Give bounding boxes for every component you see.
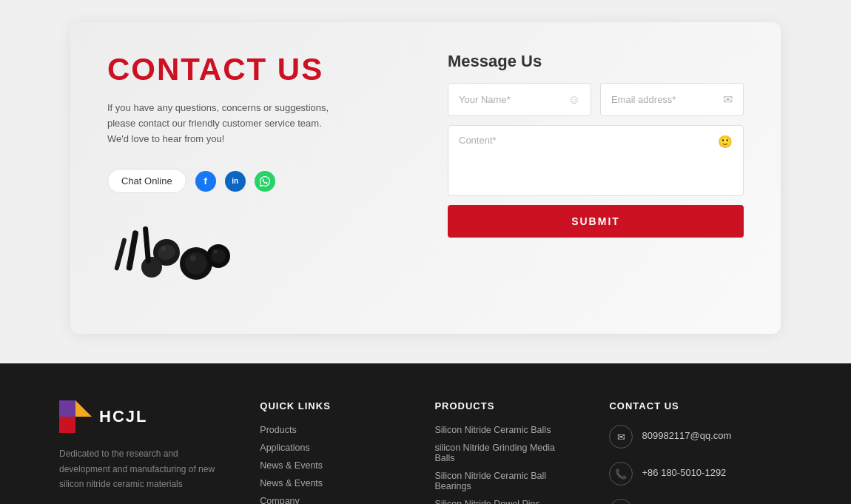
chat-online-button[interactable]: Chat Online (107, 169, 186, 193)
footer-link-news-events-2[interactable]: News & Events (260, 478, 390, 488)
name-input-wrap[interactable]: ☺ (448, 83, 591, 116)
footer-contact-column: CONTACT US ✉ 809982117@qq.com 📞 +86 180-… (609, 400, 792, 504)
email-icon: ✉ (723, 93, 733, 107)
name-input[interactable] (459, 94, 568, 105)
contact-section: CONTACT US If you have any questions, co… (0, 0, 851, 363)
products-title: PRODUCTS (434, 400, 565, 411)
whatsapp-icon[interactable] (255, 171, 275, 192)
contact-title: CONTACT US (107, 52, 403, 87)
svg-point-3 (185, 252, 207, 275)
svg-point-11 (213, 249, 218, 254)
footer-product-dowel-pins[interactable]: Silicon Nitride Dowel Pins (434, 499, 565, 504)
footer-link-applications[interactable]: Applications (260, 443, 390, 453)
svg-point-10 (190, 255, 196, 261)
chat-social-row: Chat Online f in (107, 169, 403, 193)
facebook-icon[interactable]: f (195, 171, 216, 192)
footer-address-item: 📍 No. 451-1, Shixing Road, Houxi, Jimei … (609, 499, 792, 504)
footer-link-company[interactable]: Company (260, 496, 390, 504)
contact-left: CONTACT US If you have any questions, co… (107, 52, 403, 304)
footer-quick-links-column: QUICK LINKS Products Applications News &… (260, 400, 390, 504)
brand-description: Dedicated to the research and developmen… (59, 446, 215, 491)
email-input-wrap[interactable]: ✉ (600, 83, 744, 116)
footer: HCJL Dedicated to the research and devel… (0, 363, 851, 504)
logo-area: HCJL (59, 400, 215, 433)
footer-products-column: PRODUCTS Silicon Nitride Ceramic Balls s… (434, 400, 565, 504)
contact-right: Message Us ☺ ✉ 🙂 SUBMIT (448, 52, 744, 304)
svg-rect-16 (75, 417, 92, 433)
footer-product-ceramic-balls[interactable]: Silicon Nitride Ceramic Balls (434, 425, 565, 435)
message-title: Message Us (448, 52, 744, 71)
footer-brand-column: HCJL Dedicated to the research and devel… (59, 400, 215, 504)
svg-rect-8 (143, 226, 151, 263)
content-textarea-wrap[interactable]: 🙂 (448, 125, 744, 196)
linkedin-icon[interactable]: in (225, 171, 246, 192)
email-contact-icon: ✉ (609, 425, 633, 448)
svg-point-12 (161, 246, 166, 251)
svg-rect-7 (126, 230, 138, 272)
emoji-icon: 🙂 (718, 135, 733, 149)
footer-address-text: No. 451-1, Shixing Road, Houxi, Jimei Di… (642, 499, 792, 504)
svg-point-5 (211, 249, 226, 263)
phone-contact-icon: 📞 (609, 462, 633, 485)
location-contact-icon: 📍 (609, 499, 633, 504)
svg-rect-14 (59, 400, 75, 417)
footer-product-grinding-media[interactable]: silicon Nitride Grinding Media Balls (434, 443, 565, 463)
footer-email-item: ✉ 809982117@qq.com (609, 425, 792, 448)
footer-phone-item: 📞 +86 180-5010-1292 (609, 462, 792, 485)
quick-links-title: QUICK LINKS (260, 400, 390, 411)
footer-contact-title: CONTACT US (609, 400, 792, 411)
footer-link-news-events-1[interactable]: News & Events (260, 460, 390, 471)
svg-rect-13 (59, 417, 75, 433)
svg-point-6 (141, 257, 162, 278)
form-name-email-row: ☺ ✉ (448, 83, 744, 116)
product-balls-image (107, 208, 240, 304)
submit-button[interactable]: SUBMIT (448, 205, 744, 238)
svg-rect-9 (114, 238, 127, 271)
footer-phone-text: +86 180-5010-1292 (642, 462, 726, 480)
footer-product-ball-bearings[interactable]: Silicon Nitride Ceramic Ball Bearings (434, 471, 565, 491)
content-textarea[interactable] (459, 135, 718, 187)
contact-card: CONTACT US If you have any questions, co… (70, 22, 781, 334)
contact-description: If you have any questions, concerns or s… (107, 101, 344, 147)
footer-link-products[interactable]: Products (260, 425, 390, 435)
logo-text: HCJL (99, 407, 147, 426)
brand-logo-icon (59, 400, 92, 433)
footer-main: HCJL Dedicated to the research and devel… (59, 400, 792, 504)
footer-email-text: 809982117@qq.com (642, 425, 731, 443)
email-input[interactable] (611, 94, 723, 105)
smile-icon: ☺ (568, 93, 580, 107)
